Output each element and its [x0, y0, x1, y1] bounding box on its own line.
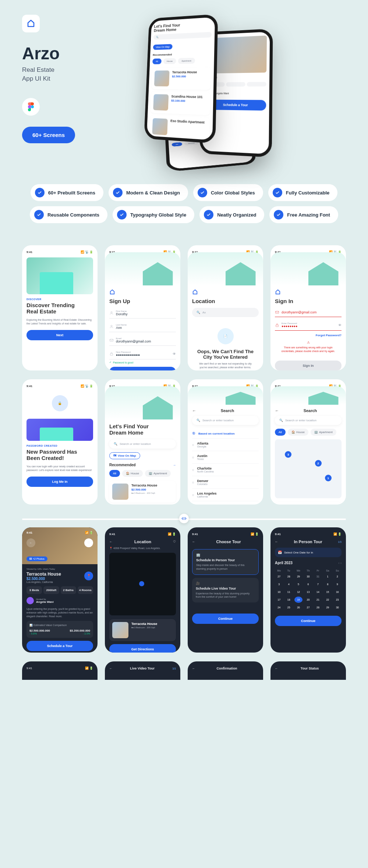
lastname-field[interactable]: Last NameAnn — [109, 321, 176, 332]
forgot-link[interactable]: Forgot Password? — [275, 334, 342, 337]
calendar-day[interactable]: 29 — [294, 573, 302, 580]
map-button[interactable]: 🗺View On Map — [109, 452, 140, 459]
city-item[interactable]: ○DenverColorado — [192, 476, 259, 489]
password-field[interactable]: New Password●●●●●●●●●●●●👁 — [109, 349, 176, 359]
map-pin[interactable]: 2 — [315, 460, 322, 467]
calendar-day[interactable]: 16 — [333, 589, 342, 595]
calendar-day[interactable]: 14 — [314, 589, 322, 595]
tour-option-video[interactable]: 🎥 Schedule Live Video TourExperience the… — [192, 578, 259, 603]
calendar-day[interactable]: 31 — [314, 573, 322, 580]
calendar-day[interactable]: 7 — [314, 581, 322, 587]
back-icon[interactable]: ← — [192, 540, 195, 544]
listing-card[interactable]: Terracota House$2.500.000🛏 3 Bedroom · 2… — [275, 502, 342, 505]
calendar[interactable]: 2728293031123456789101112131415161718192… — [275, 573, 342, 611]
calendar-day[interactable]: 28 — [314, 604, 322, 611]
tab-house[interactable]: 🏠 House — [288, 429, 308, 436]
heart-icon[interactable]: ♡ — [173, 540, 176, 544]
calendar-day[interactable]: 23 — [333, 597, 342, 603]
password-field[interactable]: Enter Password●●●●●●●●👁 — [275, 320, 342, 331]
slider-handle[interactable] — [179, 514, 189, 523]
back-icon[interactable]: ← — [192, 667, 195, 670]
calendar-day[interactable]: 24 — [275, 604, 283, 611]
signin-button[interactable]: Sign In — [275, 361, 342, 370]
city-item[interactable]: ○HoustonTexas — [192, 501, 259, 505]
calendar-day[interactable]: 27 — [304, 604, 312, 611]
compare-slider[interactable] — [22, 513, 346, 524]
city-item[interactable]: ○CharlotteNorth Carolina — [192, 464, 259, 476]
city-item[interactable]: ○AustinTexas — [192, 451, 259, 464]
listing-card[interactable]: Terracota House$2.500.000🛏 3 Bedroom · 2… — [109, 481, 176, 503]
calendar-day[interactable]: 2 — [333, 573, 342, 580]
search-input[interactable]: 🔍Search or enter location — [109, 439, 176, 449]
screen-password-created: 9:41📶 📡 🔋 🔒 PASSWORD CREATED New Passwor… — [22, 379, 98, 505]
calendar-day[interactable]: 17 — [275, 597, 283, 603]
tab-apartment[interactable]: 🏢 Apartment — [311, 429, 336, 436]
chevron-left-icon[interactable]: ‹ › — [339, 561, 342, 565]
continue-button[interactable]: Continue — [192, 614, 259, 624]
calendar-day[interactable]: 22 — [323, 597, 332, 603]
schedule-button[interactable]: Schedule a Tour — [26, 641, 93, 651]
map-pin[interactable]: 3 — [285, 451, 291, 458]
calendar-day[interactable]: 20 — [304, 597, 312, 603]
calendar-day[interactable]: 3 — [275, 581, 283, 587]
calendar-day[interactable]: 9 — [333, 581, 342, 587]
directions-button[interactable]: Get Directions — [109, 644, 176, 653]
map[interactable] — [109, 553, 176, 615]
calendar-day[interactable]: 10 — [275, 589, 283, 595]
email-field[interactable]: Emaildorothyann@gmail.com — [109, 335, 176, 346]
back-icon[interactable]: ← — [275, 408, 279, 413]
arrow-icon[interactable]: → — [173, 463, 176, 467]
calendar-day[interactable]: 18 — [284, 597, 293, 603]
back-icon[interactable]: ← — [109, 540, 113, 544]
calendar-day[interactable]: 30 — [304, 573, 312, 580]
listing-card[interactable]: Terracota House🛏 3 Bedroom · 200 Sqft — [109, 619, 176, 641]
calendar-day[interactable]: 15 — [323, 589, 332, 595]
search-input[interactable]: 🔍Search or enter location — [192, 416, 259, 425]
calendar-day[interactable]: 11 — [284, 589, 293, 595]
eye-icon[interactable]: 👁 — [173, 352, 176, 356]
email-field[interactable]: dorothyann@gmail.com — [275, 308, 342, 317]
calendar-day[interactable]: 19 — [294, 597, 302, 603]
calendar-day[interactable]: 5 — [294, 581, 302, 587]
calendar-day[interactable]: 25 — [284, 604, 293, 611]
search-input[interactable]: 🔍Ax — [192, 308, 259, 317]
calendar-day[interactable]: 29 — [323, 604, 332, 611]
calendar-day[interactable]: 1 — [323, 573, 332, 580]
city-item[interactable]: ○Los AngelesCalifornia — [192, 489, 259, 501]
tab-apartment[interactable]: 🏢 Apartment — [145, 470, 171, 477]
signup-button[interactable]: Sign Up — [109, 367, 176, 370]
search-input[interactable]: 🔍Search or enter location — [275, 416, 342, 425]
tab-house[interactable]: 🏠 House — [122, 470, 143, 477]
hero-mockups: Let's Find YourDream Home 🔍 View On Map … — [125, 15, 346, 162]
map-pin[interactable]: 1 — [325, 475, 332, 481]
next-button[interactable]: Next — [26, 330, 93, 340]
calendar-day[interactable]: 27 — [275, 573, 283, 580]
calendar-day[interactable]: 6 — [304, 581, 312, 587]
calendar-day[interactable]: 28 — [284, 573, 293, 580]
calendar-day[interactable]: 4 — [284, 581, 293, 587]
photos-badge[interactable]: 🖼 +2 Photos — [26, 556, 47, 561]
login-button[interactable]: Log Me In — [26, 477, 93, 487]
back-icon[interactable]: ← — [275, 540, 278, 544]
continue-button[interactable]: Continue — [275, 616, 342, 626]
city-item[interactable]: ○AtlantaGeorgia — [192, 439, 259, 451]
tab-all[interactable]: All — [109, 470, 120, 477]
calendar-day[interactable]: 8 — [323, 581, 332, 587]
eye-icon[interactable]: 👁 — [338, 323, 342, 327]
heart-button[interactable]: ♡ — [84, 538, 93, 547]
back-button[interactable]: ← — [26, 538, 35, 547]
firstname-field[interactable]: First NameDorothy — [109, 308, 176, 319]
calendar-day[interactable]: 30 — [333, 604, 342, 611]
back-icon[interactable]: ← — [109, 667, 112, 670]
calendar-day[interactable]: 26 — [294, 604, 302, 611]
location-button[interactable]: 📍 — [84, 572, 93, 580]
tab-all[interactable]: All — [275, 429, 286, 436]
calendar-day[interactable]: 13 — [304, 589, 312, 595]
tour-option-person[interactable]: 🏢 Schedule In Person TourStep inside and… — [192, 549, 259, 575]
back-icon[interactable]: ← — [192, 408, 196, 413]
calendar-day[interactable]: 21 — [314, 597, 322, 603]
back-icon[interactable]: ← — [275, 667, 278, 670]
current-location[interactable]: ⦿Based on current location — [192, 429, 259, 439]
calendar-day[interactable]: 12 — [294, 589, 302, 595]
map[interactable]: 3 2 1 — [275, 439, 342, 498]
